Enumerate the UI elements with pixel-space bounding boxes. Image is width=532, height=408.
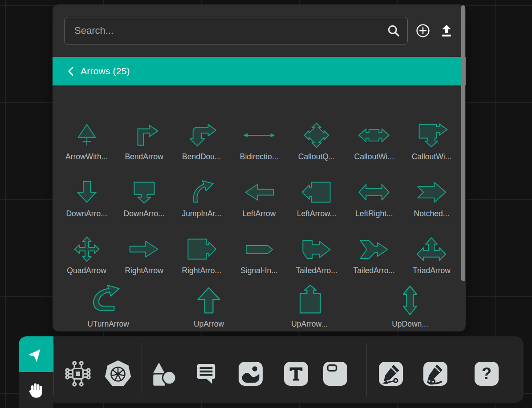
shape-item[interactable]: LeftArrow xyxy=(230,165,288,218)
shape-item[interactable]: UpDown... xyxy=(360,279,460,328)
freehand-pen-button[interactable] xyxy=(423,362,447,386)
question-mark: ? xyxy=(482,366,491,382)
back-chevron-icon xyxy=(67,66,74,76)
triad-arrow-icon xyxy=(409,236,454,262)
shapes-grid: ArrowWith... BendArrow BendDou... Bi xyxy=(53,85,466,331)
shape-row: UTurnArrow UpArrow UpArrow... UpDown... xyxy=(58,279,460,328)
shapes-icon xyxy=(149,360,177,388)
panel-scrollbar[interactable] xyxy=(461,5,465,281)
bottom-toolbar: ? xyxy=(19,336,524,403)
up-down-arrow-icon xyxy=(388,285,432,315)
shape-item[interactable]: TailedArro... xyxy=(345,222,403,275)
category-header[interactable]: Arrows (25) xyxy=(53,57,466,85)
add-shape-button[interactable] xyxy=(414,22,431,39)
help-button[interactable]: ? xyxy=(475,362,499,386)
shape-item[interactable]: Signal-In... xyxy=(230,222,288,275)
upload-button[interactable] xyxy=(438,22,455,39)
signal-in-icon xyxy=(237,236,281,262)
shape-item[interactable]: LeftRight... xyxy=(345,165,403,218)
cursor-icon xyxy=(28,346,45,363)
note-icon xyxy=(323,362,347,386)
pointer-tool-group xyxy=(19,336,53,408)
shape-item[interactable]: CalloutQ... xyxy=(288,108,345,161)
kubernetes-icon xyxy=(104,360,132,388)
bend-double-arrow-icon xyxy=(179,122,224,148)
shape-library-panel: Arrows (25) ArrowWith... BendArrow xyxy=(53,4,466,331)
left-arrow-icon xyxy=(237,179,281,205)
shape-item[interactable]: BendDou... xyxy=(173,108,230,161)
shape-item[interactable]: UpArrow xyxy=(158,279,259,328)
arrow-with-tail-icon xyxy=(65,122,109,148)
right-arrow-callout-icon xyxy=(179,236,224,262)
note-tool-button[interactable] xyxy=(323,362,347,386)
search-input[interactable] xyxy=(64,17,408,44)
tailed-arrow-2-icon xyxy=(352,236,396,262)
jump-in-arrow-icon xyxy=(179,179,224,205)
plus-circle-icon xyxy=(415,23,430,38)
callout-quad-arrow-icon xyxy=(294,122,339,148)
shape-item[interactable]: Bidirectio... xyxy=(230,108,288,161)
text-icon xyxy=(284,362,308,386)
shape-row: QuadArrow RightArrow RightArro... Signal… xyxy=(58,222,460,275)
kubernetes-tool-button[interactable] xyxy=(104,360,132,388)
category-label: Arrows (25) xyxy=(81,66,130,77)
shape-item[interactable]: UTurnArrow xyxy=(58,279,158,328)
toolbar-divider xyxy=(142,343,142,396)
down-arrow-icon xyxy=(65,179,109,205)
shape-row: ArrowWith... BendArrow BendDou... Bi xyxy=(58,108,460,161)
shapes-tool-button[interactable] xyxy=(149,360,177,388)
upload-icon xyxy=(439,24,454,38)
shape-item[interactable]: TriadArrow xyxy=(403,222,460,275)
u-turn-arrow-icon xyxy=(86,285,130,315)
shape-item[interactable]: ArrowWith... xyxy=(58,108,115,161)
image-tool-button[interactable] xyxy=(239,362,263,386)
connector-pen-button[interactable] xyxy=(379,362,403,386)
comment-icon xyxy=(194,362,218,386)
left-right-arrow-icon xyxy=(352,179,396,205)
up-arrow-icon xyxy=(187,285,231,315)
shape-item[interactable]: LeftArrow... xyxy=(288,165,345,218)
shape-item[interactable]: Notched... xyxy=(403,165,460,218)
comment-tool-button[interactable] xyxy=(194,362,218,386)
shape-item[interactable]: DownArro... xyxy=(115,165,173,218)
shape-item[interactable]: RightArrow xyxy=(115,222,173,275)
down-arrow-callout-icon xyxy=(122,179,167,205)
left-arrow-callout-icon xyxy=(294,179,339,205)
shape-item[interactable]: CalloutWi... xyxy=(403,108,460,161)
image-icon xyxy=(239,362,263,386)
toolbar-divider xyxy=(462,343,462,396)
shape-item[interactable]: UpArrow... xyxy=(259,279,360,328)
toolbar-divider xyxy=(53,343,54,396)
callout-right-down-arrow-icon xyxy=(409,122,454,148)
hand-icon xyxy=(27,381,45,400)
right-arrow-icon xyxy=(122,236,167,262)
toolbar-divider xyxy=(366,343,367,396)
shape-item[interactable]: JumpInAr... xyxy=(173,165,230,218)
shape-row: DownArro... DownArro... JumpInAr... Left… xyxy=(58,165,460,218)
up-arrow-callout-icon xyxy=(287,285,332,315)
quad-arrow-icon xyxy=(65,236,109,262)
bidirectional-arrow-icon xyxy=(237,122,281,148)
shape-item[interactable]: RightArro... xyxy=(173,222,230,275)
bend-arrow-icon xyxy=(122,122,167,148)
callout-left-right-arrow-icon xyxy=(352,122,396,148)
notched-right-arrow-icon xyxy=(409,179,454,205)
text-tool-button[interactable] xyxy=(284,362,308,386)
shape-item[interactable]: QuadArrow xyxy=(58,222,115,275)
shape-item[interactable]: CalloutWi... xyxy=(345,108,403,161)
shape-item[interactable]: DownArro... xyxy=(58,165,115,218)
search-box xyxy=(64,17,408,44)
canvas[interactable]: { "panel": { "search": { "placeholder": … xyxy=(0,0,532,408)
tailed-arrow-icon xyxy=(294,236,339,262)
pen-arrow-icon xyxy=(379,362,403,386)
shape-item[interactable]: TailedArro... xyxy=(288,222,345,275)
circuit-tool-button[interactable] xyxy=(64,360,92,388)
search-row xyxy=(64,17,455,44)
search-icon xyxy=(386,24,401,38)
pen-squiggle-icon xyxy=(423,362,447,386)
pan-tool-button[interactable] xyxy=(19,372,53,408)
select-tool-button[interactable] xyxy=(19,336,53,372)
circuit-icon xyxy=(64,360,92,388)
shape-item[interactable]: BendArrow xyxy=(115,108,173,161)
